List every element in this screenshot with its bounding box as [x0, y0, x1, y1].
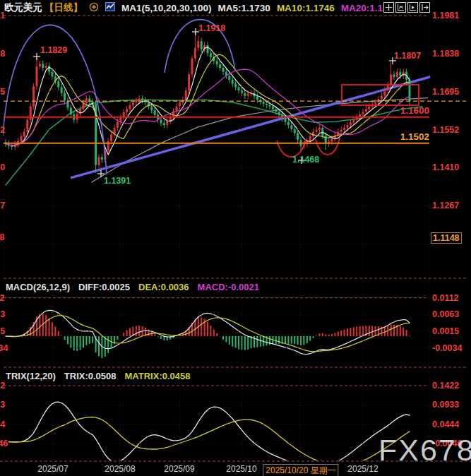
macd-axis-label-left-fragment: 0.0112: [0, 293, 2, 303]
candle: [98, 157, 100, 165]
candle: [247, 94, 249, 96]
trix-axis-label: 0.0444: [432, 420, 459, 429]
candle: [107, 141, 109, 150]
trix-axis-label-left-fragment: 0.0933: [0, 400, 2, 410]
candle: [201, 41, 203, 49]
trix-axis-label-left-fragment: 0.0444: [0, 420, 2, 429]
trix-axis-label-left-fragment: -0.0046: [0, 439, 2, 448]
price-annotation: 1.1829: [40, 45, 67, 55]
macd-axis-label-left-fragment: 0.0063: [0, 309, 2, 319]
candle: [179, 102, 181, 107]
candle: [39, 64, 41, 66]
candle: [297, 133, 299, 139]
candle: [266, 104, 268, 105]
candle: [343, 128, 345, 130]
trix-axis-label: 0.1422: [432, 381, 459, 391]
candle: [409, 80, 411, 101]
candle: [23, 132, 25, 136]
candle: [232, 80, 234, 84]
candle: [191, 59, 193, 75]
candle: [188, 74, 190, 90]
candle: [57, 81, 59, 88]
candle: [101, 157, 103, 160]
candle: [42, 64, 44, 68]
price-axis-label-left-fragment: 1.1695: [0, 87, 2, 97]
ma100-line: [92, 98, 428, 182]
candle: [350, 122, 352, 125]
ma20-line: [6, 69, 410, 145]
price-axis-label: 1.1148: [431, 232, 462, 244]
price-axis-label: 1.1695: [432, 87, 459, 97]
macd-axis-label: -0.0034: [432, 343, 462, 353]
price-axis-label-left-fragment: 1.1838: [0, 49, 2, 59]
candle: [244, 93, 246, 96]
candle: [154, 110, 156, 114]
candle: [222, 68, 225, 72]
candle: [216, 61, 218, 65]
candle: [390, 74, 392, 85]
candle: [374, 102, 376, 105]
candle: [219, 64, 221, 68]
trix-axis-label-left-fragment: 0.1422: [0, 381, 2, 391]
candle: [331, 138, 333, 142]
price-axis-label-left-fragment: 1.1148: [0, 232, 2, 242]
price-axis-label-left-fragment: 1.1267: [0, 201, 2, 210]
candle: [64, 93, 66, 101]
price-annotation: 1.1918: [198, 23, 225, 33]
crosshair-date-label: 2025/10/20 星期一: [263, 464, 338, 476]
candle: [194, 48, 196, 59]
candle: [185, 90, 187, 100]
candle: [275, 109, 277, 112]
candle: [129, 105, 131, 109]
price-axis-label: 1.1552: [432, 125, 459, 135]
candle: [287, 122, 290, 126]
trading-chart-window: 欧元美元 【日线】 MA1(5,10,20,30,100) MA5:1.1730…: [0, 0, 471, 476]
candle: [163, 123, 165, 125]
level-label: 1.1502: [381, 132, 429, 142]
level-label: 1.1600: [381, 106, 429, 116]
candle: [312, 132, 314, 136]
candle: [285, 119, 287, 122]
date-axis-label: 2025/12: [347, 464, 378, 474]
candle: [160, 120, 162, 124]
candle: [61, 88, 63, 93]
chart-svg: [0, 0, 471, 476]
candle: [393, 74, 395, 77]
candle: [110, 134, 112, 141]
candle: [272, 107, 274, 109]
price-annotation: 1.1807: [394, 51, 421, 61]
candle: [347, 125, 349, 128]
price-axis-label-left-fragment: 1.1410: [0, 162, 2, 172]
red-bottom-arc-annotation: [316, 138, 340, 155]
candle: [85, 98, 88, 103]
macd-axis-label: 0.0112: [432, 293, 459, 303]
candle: [176, 107, 178, 112]
candle: [263, 102, 265, 104]
candle: [321, 128, 323, 136]
candle: [132, 102, 134, 105]
candle: [238, 88, 240, 91]
candle: [197, 41, 199, 47]
candle: [340, 130, 342, 132]
trix-axis-label: 0.0933: [432, 400, 459, 410]
trix-line: [8, 402, 410, 470]
candle: [36, 66, 38, 86]
price-axis-label-left-fragment: 1.1981: [0, 11, 2, 20]
candle: [83, 103, 85, 109]
candle: [396, 72, 398, 78]
date-axis-label: 2025/08: [105, 464, 135, 474]
candle: [368, 107, 370, 109]
candle: [290, 125, 292, 129]
candle: [228, 76, 230, 80]
candle: [269, 105, 271, 107]
chart-canvas[interactable]: 1.18291.19181.18071.13911.14681.16001.15…: [0, 0, 471, 476]
macd-axis-label: 0.0015: [432, 326, 459, 336]
candle: [256, 96, 258, 100]
macd-axis-label-left-fragment: 0.0015: [0, 326, 2, 336]
price-axis-label: 1.1838: [432, 49, 459, 59]
candle: [45, 66, 47, 68]
macd-axis-label-left-fragment: -0.0034: [0, 343, 2, 353]
date-axis-label: 2025/07: [37, 464, 68, 474]
date-axis-label: 2025/09: [164, 464, 194, 474]
candle: [309, 136, 311, 141]
